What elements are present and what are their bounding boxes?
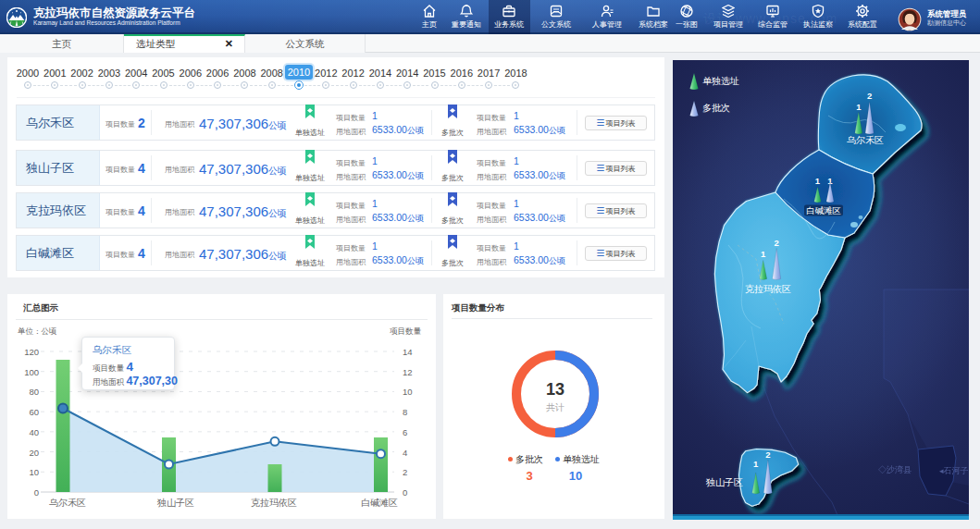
svg-text:克拉玛依区: 克拉玛依区	[251, 498, 297, 508]
svg-text:8: 8	[403, 407, 407, 417]
svg-text:乌尔禾区: 乌尔禾区	[847, 135, 884, 145]
svg-text:6: 6	[403, 427, 407, 437]
svg-text:白碱滩区: 白碱滩区	[361, 498, 398, 508]
svg-text:14: 14	[403, 347, 413, 357]
svg-text:1: 1	[856, 102, 862, 112]
svg-text:4: 4	[403, 448, 407, 458]
svg-text:60: 60	[29, 407, 39, 417]
svg-text:◇沙湾县: ◇沙湾县	[878, 465, 912, 474]
svg-text:乌尔禾区: 乌尔禾区	[49, 498, 86, 508]
svg-text:2: 2	[867, 91, 872, 101]
svg-text:100: 100	[24, 367, 39, 377]
svg-text:白碱滩区: 白碱滩区	[806, 205, 841, 215]
svg-text:1: 1	[761, 249, 766, 259]
svg-text:12: 12	[403, 367, 413, 377]
svg-text:2: 2	[775, 238, 779, 248]
svg-text:0: 0	[403, 487, 407, 498]
svg-text:多批次: 多批次	[702, 103, 730, 113]
svg-text:10: 10	[29, 467, 39, 477]
svg-text:2: 2	[765, 449, 770, 460]
svg-text:40: 40	[29, 427, 39, 437]
svg-text:独山子区: 独山子区	[705, 477, 743, 487]
svg-text:120: 120	[24, 347, 39, 357]
svg-text:1: 1	[815, 176, 821, 186]
svg-text:◂石河子: ◂石河子	[939, 466, 969, 475]
svg-text:80: 80	[29, 387, 39, 397]
svg-text:1: 1	[753, 459, 759, 469]
svg-text:10: 10	[403, 387, 413, 397]
svg-text:独山子区: 独山子区	[156, 498, 194, 508]
svg-text:克拉玛依区: 克拉玛依区	[745, 284, 791, 294]
svg-text:2: 2	[403, 467, 407, 477]
svg-text:20: 20	[29, 448, 39, 458]
svg-text:0: 0	[34, 487, 39, 498]
svg-text:单独选址: 单独选址	[702, 76, 739, 86]
